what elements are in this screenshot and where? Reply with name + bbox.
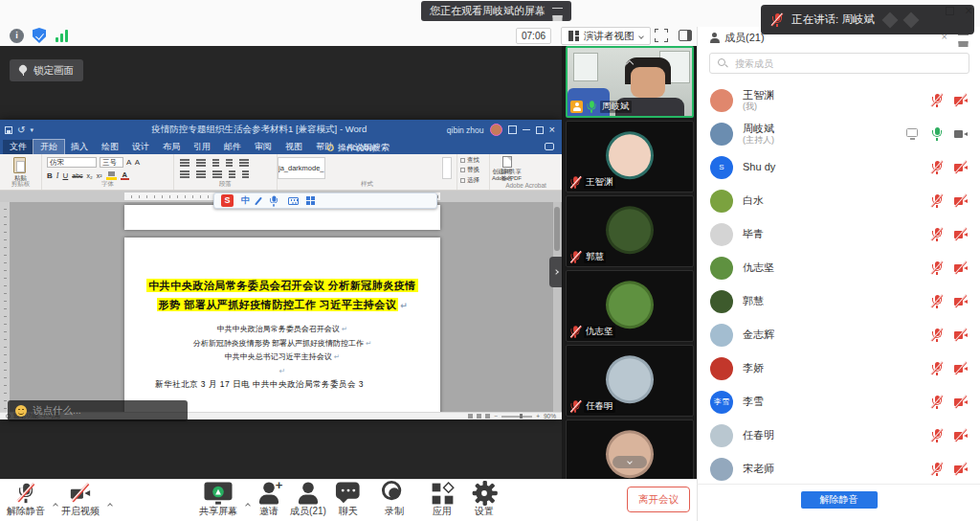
indent-decrease-icon[interactable] bbox=[212, 159, 219, 161]
keyboard-icon[interactable] bbox=[288, 197, 299, 205]
security-shield-icon[interactable] bbox=[33, 28, 46, 43]
ribbon-tab[interactable]: 引用 bbox=[187, 140, 217, 154]
member-search-box[interactable] bbox=[709, 53, 969, 74]
ribbon-tab[interactable]: 插入 bbox=[64, 140, 95, 154]
align-left-icon[interactable] bbox=[180, 170, 189, 172]
camera-off-icon[interactable] bbox=[954, 194, 968, 208]
member-row[interactable]: 宋老师 bbox=[698, 452, 980, 484]
chat-quick-input[interactable]: 说点什么... bbox=[8, 400, 188, 421]
mic-off-icon[interactable] bbox=[930, 194, 944, 208]
leave-meeting-button[interactable]: 离开会议 bbox=[627, 487, 690, 512]
mic-off-icon[interactable] bbox=[930, 396, 944, 409]
ribbon-tab[interactable]: 审阅 bbox=[248, 140, 278, 154]
ribbon-tab[interactable]: 邮件 bbox=[217, 140, 248, 154]
subscript-button[interactable]: x₂ bbox=[87, 172, 93, 179]
ribbon-tab[interactable]: 布局 bbox=[156, 140, 187, 154]
mic-off-icon[interactable] bbox=[930, 328, 944, 342]
ribbon-tab[interactable]: 开始 bbox=[33, 140, 64, 154]
member-row[interactable]: 白水 bbox=[698, 184, 980, 217]
ribbon-tab[interactable]: 视图 bbox=[278, 140, 309, 154]
editing-command[interactable]: 替换 bbox=[460, 166, 489, 174]
zoom-level[interactable]: 90% bbox=[544, 413, 556, 419]
save-icon[interactable] bbox=[5, 126, 12, 134]
ime-logo-icon[interactable]: S bbox=[221, 194, 234, 207]
ime-toolbox-icon[interactable] bbox=[306, 196, 315, 205]
mic-off-icon[interactable] bbox=[930, 295, 944, 308]
member-row[interactable]: 任春明 bbox=[698, 419, 980, 452]
camera-off-icon[interactable] bbox=[954, 94, 968, 107]
toolbar-item[interactable]: 共享屏幕 bbox=[192, 483, 244, 518]
mic-off-icon[interactable] bbox=[930, 228, 944, 241]
mic-on-icon[interactable] bbox=[930, 127, 944, 141]
font-color-icon[interactable]: A bbox=[121, 170, 129, 180]
comments-icon[interactable] bbox=[545, 143, 554, 150]
underline-button[interactable]: U bbox=[62, 171, 68, 180]
zoom-out-icon[interactable]: − bbox=[494, 413, 498, 419]
tell-me-search[interactable]: 操作说明搜索 bbox=[327, 142, 390, 154]
member-row[interactable]: 李娇 bbox=[698, 351, 980, 385]
camera-off-icon[interactable] bbox=[954, 396, 968, 409]
zoom-slider[interactable] bbox=[501, 416, 532, 418]
panel-menu-icon[interactable] bbox=[958, 34, 969, 41]
member-row[interactable]: 王智渊 (我) bbox=[698, 83, 980, 117]
voice-input-icon[interactable] bbox=[268, 195, 278, 206]
paste-icon[interactable] bbox=[13, 157, 26, 173]
toolbar-item[interactable]: 解除静音 bbox=[0, 483, 52, 518]
ribbon-display-options-icon[interactable] bbox=[508, 125, 517, 134]
zoom-in-icon[interactable]: + bbox=[536, 413, 540, 419]
text-highlight-icon[interactable] bbox=[106, 171, 117, 180]
zoom-slider-thumb[interactable] bbox=[520, 414, 523, 419]
chevron-up-icon[interactable] bbox=[108, 494, 112, 511]
read-mode-icon[interactable] bbox=[468, 414, 473, 419]
qat-dropdown-icon[interactable] bbox=[30, 126, 33, 134]
emoji-icon[interactable] bbox=[15, 405, 27, 417]
mic-off-icon[interactable] bbox=[930, 94, 944, 107]
mic-off-icon[interactable] bbox=[930, 161, 944, 174]
print-layout-icon[interactable] bbox=[477, 414, 481, 419]
lock-view-button[interactable]: 锁定画面 bbox=[10, 59, 83, 81]
toolbar-item[interactable]: 开启视频 bbox=[55, 483, 106, 518]
member-row[interactable]: 仇志坚 bbox=[698, 251, 980, 284]
sort-icon[interactable] bbox=[239, 159, 249, 161]
handwriting-icon[interactable] bbox=[255, 196, 262, 205]
member-row[interactable]: 毕青 bbox=[698, 217, 980, 251]
video-tile[interactable]: 郭慧 bbox=[566, 195, 694, 267]
account-avatar[interactable] bbox=[490, 124, 502, 136]
fullscreen-icon[interactable] bbox=[655, 29, 668, 42]
bullet-list-icon[interactable] bbox=[180, 159, 189, 161]
camera-off-icon[interactable] bbox=[954, 429, 968, 442]
close-icon[interactable] bbox=[549, 125, 555, 135]
font-name-box[interactable]: 仿宋 bbox=[47, 157, 97, 168]
camera-off-icon[interactable] bbox=[954, 463, 968, 476]
camera-off-icon[interactable] bbox=[954, 328, 968, 342]
account-name[interactable]: qibin zhou bbox=[447, 125, 484, 135]
align-right-icon[interactable] bbox=[212, 170, 222, 172]
meeting-info-icon[interactable] bbox=[10, 29, 24, 43]
indent-increase-icon[interactable] bbox=[226, 159, 233, 161]
scroll-down-button[interactable] bbox=[612, 456, 647, 468]
toolbar-item[interactable]: 设置 bbox=[458, 483, 510, 518]
ime-language-icon[interactable]: 中 bbox=[241, 194, 250, 207]
numbered-list-icon[interactable] bbox=[196, 159, 206, 161]
camera-off-icon[interactable] bbox=[954, 295, 968, 308]
video-tile[interactable]: 任春明 bbox=[566, 345, 694, 417]
video-tile[interactable] bbox=[566, 419, 694, 479]
editing-command[interactable]: 选择 bbox=[460, 176, 489, 185]
ribbon-tab[interactable]: 绘图 bbox=[95, 140, 125, 154]
toolbar-item[interactable]: 录制 bbox=[368, 483, 420, 518]
camera-off-icon[interactable] bbox=[954, 261, 968, 275]
style-item[interactable]: ja_darkmode_ bbox=[278, 157, 325, 179]
adobe-button[interactable]: 请求 签名 bbox=[490, 156, 523, 181]
grow-shrink-font-icons[interactable]: A A bbox=[126, 158, 141, 167]
camera-off-icon[interactable] bbox=[954, 362, 968, 375]
member-row[interactable]: 金志辉 bbox=[698, 318, 980, 351]
camera-off-icon[interactable] bbox=[954, 228, 968, 241]
document-scrollbar[interactable] bbox=[553, 202, 561, 412]
strikethrough-button[interactable]: abc bbox=[72, 172, 82, 179]
view-mode-button[interactable]: 演讲者视图 bbox=[561, 27, 651, 45]
video-tile[interactable]: 王智渊 bbox=[566, 121, 694, 193]
member-row[interactable]: 周岐斌 (主持人) bbox=[698, 117, 980, 150]
bold-button[interactable]: B bbox=[47, 171, 53, 180]
mic-off-icon[interactable] bbox=[930, 429, 944, 442]
member-row[interactable]: S Shu dy bbox=[698, 150, 980, 184]
